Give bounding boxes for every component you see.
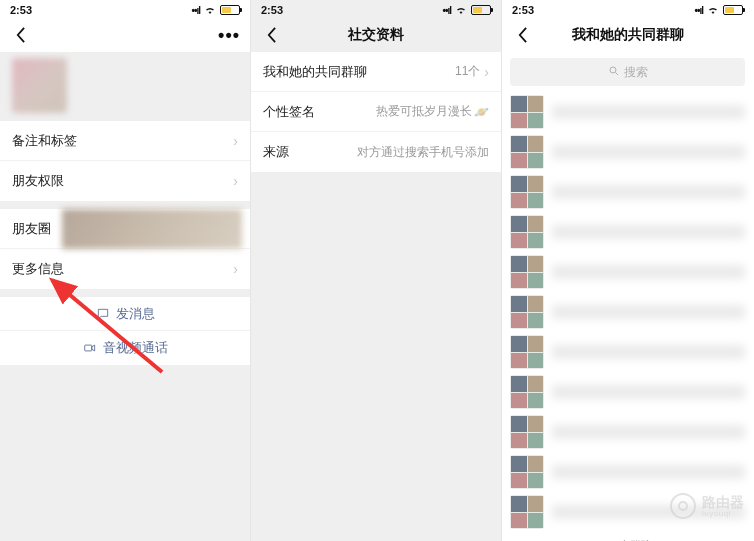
battery-icon — [220, 5, 240, 15]
group-avatar — [510, 495, 544, 529]
screen-group-list: 2:53 ••ıl 我和她的共同群聊 搜索 11 个群聊 — [502, 0, 753, 541]
cell-label: 来源 — [263, 143, 289, 161]
router-icon — [670, 493, 696, 519]
cell-label: 备注和标签 — [12, 132, 77, 150]
cell-label: 朋友权限 — [12, 172, 64, 190]
status-time: 2:53 — [10, 4, 32, 16]
list-item[interactable] — [510, 172, 745, 212]
group-avatar — [510, 215, 544, 249]
list-item[interactable] — [510, 372, 745, 412]
chat-bubble-icon — [96, 307, 110, 321]
group-count-footer: 11 个群聊 — [502, 532, 753, 541]
cell-friend-privacy[interactable]: 朋友权限 › — [0, 161, 250, 201]
more-button[interactable]: ••• — [218, 25, 240, 46]
status-time: 2:53 — [512, 4, 534, 16]
search-placeholder: 搜索 — [624, 64, 648, 81]
group-name-blurred — [552, 345, 745, 359]
chevron-right-icon: › — [233, 173, 238, 189]
chevron-right-icon: › — [484, 64, 489, 80]
page-title: 社交资料 — [281, 26, 471, 44]
cell-moments[interactable]: 朋友圈 › — [0, 209, 250, 249]
group-name-blurred — [552, 145, 745, 159]
list-item[interactable] — [510, 212, 745, 252]
chevron-right-icon: › — [233, 133, 238, 149]
avatar[interactable] — [12, 58, 67, 113]
group-avatar — [510, 335, 544, 369]
nav-bar: 社交资料 — [251, 18, 501, 52]
nav-bar: ••• — [0, 18, 250, 52]
signal-icon: ••ıl — [694, 5, 703, 16]
cell-signature[interactable]: 个性签名 热爱可抵岁月漫长 🪐 — [251, 92, 501, 132]
list-item[interactable] — [510, 132, 745, 172]
group-avatar — [510, 135, 544, 169]
list-item[interactable] — [510, 92, 745, 132]
group-avatar — [510, 95, 544, 129]
svg-rect-0 — [84, 345, 91, 351]
group-name-blurred — [552, 465, 745, 479]
action-label: 音视频通话 — [103, 339, 168, 357]
cell-group-moments: 朋友圈 › 更多信息 › — [0, 209, 250, 289]
screen-profile: 2:53 ••ıl ••• 备注和标签 › 朋友权限 › 朋友圈 — [0, 0, 251, 541]
group-avatar — [510, 415, 544, 449]
battery-icon — [471, 5, 491, 15]
group-avatar — [510, 455, 544, 489]
cell-source: 来源 对方通过搜索手机号添加 — [251, 132, 501, 172]
status-time: 2:53 — [261, 4, 283, 16]
watermark-name: 路由器 — [702, 495, 744, 509]
list-item[interactable] — [510, 452, 745, 492]
watermark-sub: luyouqi — [702, 509, 744, 518]
planet-icon: 🪐 — [474, 105, 489, 119]
svg-point-3 — [610, 67, 616, 73]
cell-group-social: 我和她的共同群聊 11个 › 个性签名 热爱可抵岁月漫长 🪐 来源 对方通过搜索… — [251, 52, 501, 172]
cell-value: 11个 — [455, 63, 480, 80]
group-name-blurred — [552, 105, 745, 119]
wifi-icon — [455, 4, 467, 16]
group-avatar — [510, 295, 544, 329]
cell-label: 更多信息 — [12, 260, 64, 278]
group-name-blurred — [552, 305, 745, 319]
chevron-right-icon: › — [233, 261, 238, 277]
cell-value: 热爱可抵岁月漫长 — [376, 103, 472, 120]
group-name-blurred — [552, 185, 745, 199]
group-name-blurred — [552, 225, 745, 239]
nav-bar: 我和她的共同群聊 — [502, 18, 753, 52]
page-title: 我和她的共同群聊 — [532, 26, 723, 44]
search-input[interactable]: 搜索 — [510, 58, 745, 86]
action-group: 发消息 音视频通话 — [0, 297, 250, 365]
svg-line-4 — [615, 72, 618, 75]
video-call-button[interactable]: 音视频通话 — [0, 331, 250, 365]
group-avatar — [510, 255, 544, 289]
cell-group-settings: 备注和标签 › 朋友权限 › — [0, 121, 250, 201]
cell-label: 个性签名 — [263, 103, 315, 121]
cell-label: 我和她的共同群聊 — [263, 63, 367, 81]
list-item[interactable] — [510, 412, 745, 452]
signal-icon: ••ıl — [442, 5, 451, 16]
back-button[interactable] — [512, 25, 532, 45]
cell-remark-tags[interactable]: 备注和标签 › — [0, 121, 250, 161]
cell-more-info[interactable]: 更多信息 › — [0, 249, 250, 289]
wifi-icon — [204, 4, 216, 16]
back-button[interactable] — [10, 25, 30, 45]
group-avatar — [510, 375, 544, 409]
list-item[interactable] — [510, 292, 745, 332]
list-item[interactable] — [510, 332, 745, 372]
group-name-blurred — [552, 265, 745, 279]
status-bar: 2:53 ••ıl — [0, 0, 250, 18]
cell-value: 对方通过搜索手机号添加 — [357, 144, 489, 161]
cell-label: 朋友圈 — [12, 220, 51, 238]
list-item[interactable] — [510, 252, 745, 292]
send-message-button[interactable]: 发消息 — [0, 297, 250, 331]
wifi-icon — [707, 4, 719, 16]
group-list[interactable] — [502, 92, 753, 532]
battery-icon — [723, 5, 743, 15]
group-avatar — [510, 175, 544, 209]
action-label: 发消息 — [116, 305, 155, 323]
group-name-blurred — [552, 425, 745, 439]
moments-thumbnail — [62, 209, 242, 249]
signal-icon: ••ıl — [191, 5, 200, 16]
screen-social-info: 2:53 ••ıl 社交资料 我和她的共同群聊 11个 › 个性签名 — [251, 0, 502, 541]
status-bar: 2:53 ••ıl — [251, 0, 501, 18]
group-name-blurred — [552, 385, 745, 399]
back-button[interactable] — [261, 25, 281, 45]
cell-common-groups[interactable]: 我和她的共同群聊 11个 › — [251, 52, 501, 92]
